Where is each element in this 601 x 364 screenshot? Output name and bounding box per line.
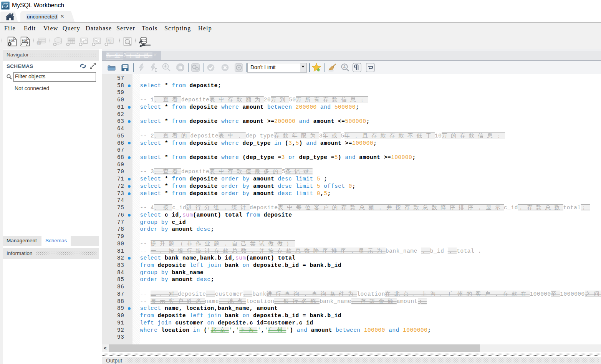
svg-text:SQL: SQL xyxy=(22,39,28,42)
svg-text:A: A xyxy=(343,65,346,69)
svg-text:SQL: SQL xyxy=(9,39,15,42)
svg-text:f(): f() xyxy=(108,39,111,43)
svg-text:i: i xyxy=(38,41,40,45)
